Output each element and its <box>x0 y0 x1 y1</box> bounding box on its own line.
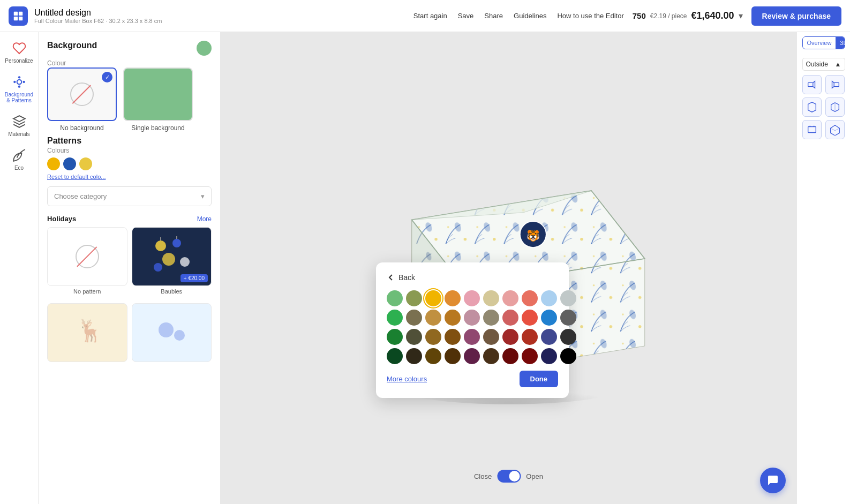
personalize-label: Personalize <box>5 58 33 64</box>
swatch-brown-darkest[interactable] <box>483 348 499 364</box>
svg-rect-2 <box>14 16 18 20</box>
no-background-option[interactable]: ✓ No background <box>47 67 117 132</box>
swatch-green-dark[interactable] <box>387 329 403 345</box>
colour-dot-gold[interactable] <box>79 157 92 170</box>
colour-dot-yellow[interactable] <box>47 157 60 170</box>
swatch-brown-dark[interactable] <box>483 329 499 345</box>
swatch-pink-med[interactable] <box>464 310 480 326</box>
svg-point-12 <box>180 257 190 267</box>
angle-btn-6[interactable] <box>825 120 845 139</box>
swatch-navy-darkest[interactable] <box>541 348 557 364</box>
swatch-navy-dark[interactable] <box>541 329 557 345</box>
svg-point-13 <box>154 263 162 272</box>
swatch-amber-med[interactable] <box>445 310 461 326</box>
swatch-gold-darkest[interactable] <box>425 348 441 364</box>
swatch-red-dark[interactable] <box>502 329 518 345</box>
box-toggle: Close Open <box>474 470 543 483</box>
open-close-toggle[interactable] <box>497 470 521 483</box>
swatch-khaki-med[interactable] <box>483 310 499 326</box>
holidays-more-link[interactable]: More <box>197 215 212 223</box>
single-background-thumb[interactable] <box>123 67 193 121</box>
swatch-crimson-med[interactable] <box>522 310 538 326</box>
tab-3d[interactable]: 3D <box>836 37 845 49</box>
no-pattern-item[interactable]: No pattern <box>47 227 127 295</box>
view-angle-grid <box>802 75 845 139</box>
single-background-option[interactable]: Single background <box>123 67 193 132</box>
materials-icon <box>12 114 27 129</box>
swatch-green-darkest[interactable] <box>387 348 403 364</box>
swatch-tan-light[interactable] <box>483 290 499 306</box>
svg-rect-36 <box>834 82 839 86</box>
swatch-gold-med[interactable] <box>425 310 441 326</box>
angle-btn-3[interactable] <box>802 97 822 117</box>
swatch-black[interactable] <box>560 348 576 364</box>
baubles-thumb[interactable]: + €20.00 <box>132 227 212 286</box>
swatch-olive-dark[interactable] <box>406 329 422 345</box>
angle-btn-5[interactable] <box>802 120 822 139</box>
angle-btn-1[interactable] <box>802 75 822 94</box>
outside-selector[interactable]: Outside ▲ <box>802 58 845 71</box>
start-again-link[interactable]: Start again <box>413 12 447 20</box>
candy-thumb[interactable] <box>132 303 212 362</box>
angle-icon-4 <box>829 101 841 113</box>
swatch-olive-light[interactable] <box>406 290 422 306</box>
how-to-link[interactable]: How to use the Editor <box>557 12 623 20</box>
no-background-thumb[interactable]: ✓ <box>47 67 117 121</box>
swatch-yellow-selected[interactable] <box>425 290 441 306</box>
swatch-coral-light[interactable] <box>522 290 538 306</box>
chat-bubble-button[interactable] <box>760 468 786 493</box>
review-purchase-button[interactable]: Review & purchase <box>751 6 841 26</box>
price-chevron-icon[interactable]: ▾ <box>739 11 743 21</box>
swatch-olive-med[interactable] <box>406 310 422 326</box>
swatch-gray-light[interactable] <box>560 290 576 306</box>
swatch-gray-med[interactable] <box>560 310 576 326</box>
swatch-rose-light[interactable] <box>502 290 518 306</box>
swatch-blue-light[interactable] <box>541 290 557 306</box>
reset-colours-link[interactable]: Reset to default colo... <box>47 174 212 180</box>
holidays-header: Holidays More <box>47 215 212 223</box>
swatch-olive-darkest[interactable] <box>406 348 422 364</box>
color-row-1 <box>387 290 558 306</box>
reindeer-thumb[interactable]: 🦌 <box>47 303 127 362</box>
swatch-amber-darkest[interactable] <box>445 348 461 364</box>
sidebar-item-background-patterns[interactable]: Background & Patterns <box>2 70 36 108</box>
category-chevron-icon: ▾ <box>201 192 205 200</box>
angle-btn-4[interactable] <box>825 97 845 117</box>
colour-dot-blue[interactable] <box>63 157 76 170</box>
swatch-red-med[interactable] <box>502 310 518 326</box>
colour-indicator[interactable] <box>197 41 212 56</box>
baubles-pattern-item[interactable]: + €20.00 Baubles <box>132 227 212 295</box>
swatch-red-darkest[interactable] <box>502 348 518 364</box>
reindeer-pattern-item[interactable]: 🦌 <box>47 303 127 362</box>
more-colours-link[interactable]: More colours <box>387 375 427 383</box>
candy-pattern-item[interactable] <box>132 303 212 362</box>
swatch-orange-light[interactable] <box>445 290 461 306</box>
swatch-pink-light[interactable] <box>464 290 480 306</box>
angle-btn-2[interactable] <box>825 75 845 94</box>
save-link[interactable]: Save <box>458 12 474 20</box>
swatch-green-light[interactable] <box>387 290 403 306</box>
no-pattern-thumb[interactable] <box>47 227 127 286</box>
done-button[interactable]: Done <box>520 371 559 387</box>
swatch-green-med[interactable] <box>387 310 403 326</box>
sidebar-item-materials[interactable]: Materials <box>2 110 36 141</box>
svg-point-4 <box>17 80 21 85</box>
picker-back-button[interactable]: Back <box>387 273 558 282</box>
swatch-crimson-darkest[interactable] <box>522 348 538 364</box>
no-background-label: No background <box>60 124 103 132</box>
swatch-plum-darkest[interactable] <box>464 348 480 364</box>
swatch-plum-dark[interactable] <box>464 329 480 345</box>
svg-point-8 <box>18 86 20 88</box>
share-link[interactable]: Share <box>484 12 503 20</box>
sidebar-item-eco[interactable]: Eco <box>2 144 36 175</box>
guidelines-link[interactable]: Guidelines <box>514 12 546 20</box>
sidebar-item-personalize[interactable]: Personalize <box>2 36 36 68</box>
category-placeholder: Choose category <box>54 192 107 200</box>
swatch-amber-dark[interactable] <box>445 329 461 345</box>
swatch-crimson-dark[interactable] <box>522 329 538 345</box>
tab-overview[interactable]: Overview <box>803 37 836 49</box>
swatch-gold-dark[interactable] <box>425 329 441 345</box>
swatch-gray-dark[interactable] <box>560 329 576 345</box>
swatch-blue-med[interactable] <box>541 310 557 326</box>
category-select[interactable]: Choose category ▾ <box>47 186 212 206</box>
